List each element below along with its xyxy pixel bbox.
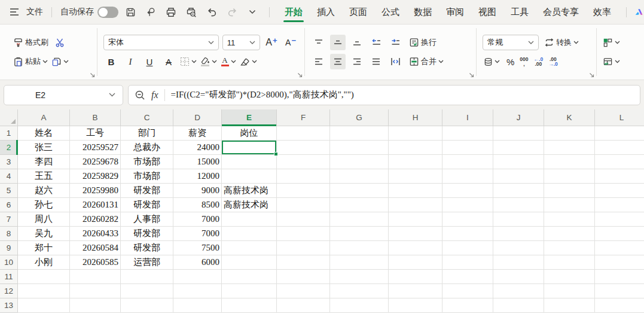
merge-cells-button[interactable]: 合并 — [407, 54, 446, 69]
cell-G13[interactable] — [330, 298, 389, 313]
cell-A7[interactable]: 周八 — [18, 212, 70, 227]
row-header-6[interactable]: 6 — [0, 198, 18, 212]
currency-format-button[interactable] — [483, 54, 501, 69]
tab-工具[interactable]: 工具 — [504, 0, 535, 24]
cell-L4[interactable] — [595, 169, 644, 184]
cell-H3[interactable] — [389, 155, 442, 169]
cell-L10[interactable] — [595, 255, 644, 270]
align-top-button[interactable] — [311, 35, 326, 50]
cell-D4[interactable]: 12000 — [173, 169, 222, 184]
fill-color-button[interactable] — [200, 54, 217, 69]
cell-E2[interactable] — [222, 141, 277, 155]
select-all-corner[interactable] — [0, 109, 18, 126]
copy-button[interactable] — [51, 54, 69, 69]
cell-L13[interactable] — [595, 298, 644, 313]
cut-icon[interactable] — [52, 35, 68, 50]
cell-F5[interactable] — [277, 184, 330, 198]
text-orientation-button[interactable] — [387, 54, 403, 69]
cell-L1[interactable] — [595, 126, 644, 141]
cell-F1[interactable] — [277, 126, 330, 141]
cell-G11[interactable] — [330, 270, 389, 284]
cell-E10[interactable] — [222, 255, 277, 270]
group-expand-icon[interactable] — [469, 72, 474, 78]
cell-G6[interactable] — [330, 198, 389, 212]
cell-L2[interactable] — [595, 141, 644, 155]
column-header-E[interactable]: E — [222, 109, 277, 126]
more-commands-chevron-icon[interactable] — [244, 4, 261, 20]
cell-L8[interactable] — [595, 227, 644, 241]
cell-K12[interactable] — [544, 284, 595, 298]
cell-C1[interactable]: 部门 — [121, 126, 173, 141]
main-menu-icon[interactable] — [6, 4, 23, 20]
group-expand-icon[interactable] — [90, 72, 95, 78]
cell-K7[interactable] — [544, 212, 595, 227]
group-expand-icon[interactable] — [297, 72, 303, 78]
cell-E5[interactable]: 高薪技术岗 — [222, 184, 277, 198]
cell-C7[interactable]: 人事部 — [121, 212, 173, 227]
cell-I3[interactable] — [442, 155, 493, 169]
cell-L7[interactable] — [595, 212, 644, 227]
bold-button[interactable]: B — [103, 54, 119, 69]
cell-C8[interactable]: 研发部 — [121, 227, 173, 241]
increase-decimal-button[interactable]: ←.0.00 — [534, 54, 544, 69]
cell-D11[interactable] — [173, 270, 222, 284]
rows-columns-button[interactable] — [603, 35, 620, 50]
justify-button[interactable] — [368, 54, 384, 69]
cell-I5[interactable] — [442, 184, 493, 198]
cell-K10[interactable] — [544, 255, 595, 270]
cell-B5[interactable]: 20259980 — [70, 184, 121, 198]
font-color-button[interactable]: A — [221, 54, 236, 69]
cell-A2[interactable]: 张三 — [18, 141, 70, 155]
align-bottom-button[interactable] — [349, 35, 365, 50]
cell-D5[interactable]: 9000 — [173, 184, 222, 198]
cell-H2[interactable] — [389, 141, 442, 155]
cell-D7[interactable]: 7000 — [173, 212, 222, 227]
cell-B2[interactable]: 20259527 — [70, 141, 121, 155]
cell-K13[interactable] — [544, 298, 595, 313]
cell-B1[interactable]: 工号 — [70, 126, 121, 141]
cell-L3[interactable] — [595, 155, 644, 169]
paste-button[interactable]: 粘贴 — [13, 54, 48, 69]
cell-L9[interactable] — [595, 241, 644, 255]
cell-I13[interactable] — [442, 298, 493, 313]
fill-handle[interactable] — [274, 152, 278, 156]
cell-F8[interactable] — [277, 227, 330, 241]
zoom-out-icon[interactable] — [135, 90, 145, 100]
column-header-I[interactable]: I — [442, 109, 493, 126]
export-icon[interactable] — [142, 4, 159, 20]
number-format-select[interactable]: 常规 — [483, 35, 539, 50]
cell-A9[interactable]: 郑十 — [18, 241, 70, 255]
cell-K2[interactable] — [544, 141, 595, 155]
cell-B6[interactable]: 20260131 — [70, 198, 121, 212]
column-header-C[interactable]: C — [121, 109, 173, 126]
cell-G4[interactable] — [330, 169, 389, 184]
cell-I9[interactable] — [442, 241, 493, 255]
cell-C11[interactable] — [121, 270, 173, 284]
print-preview-icon[interactable] — [183, 4, 200, 20]
cell-L12[interactable] — [595, 284, 644, 298]
cell-G3[interactable] — [330, 155, 389, 169]
cell-I12[interactable] — [442, 284, 493, 298]
cell-I1[interactable] — [442, 126, 493, 141]
align-left-button[interactable] — [311, 54, 326, 69]
column-header-L[interactable]: L — [595, 109, 644, 126]
align-right-button[interactable] — [349, 54, 365, 69]
cell-H12[interactable] — [389, 284, 442, 298]
cell-E7[interactable] — [222, 212, 277, 227]
cell-F3[interactable] — [277, 155, 330, 169]
row-header-11[interactable]: 11 — [0, 270, 18, 284]
cell-F6[interactable] — [277, 198, 330, 212]
cell-C10[interactable]: 运营部 — [121, 255, 173, 270]
strikethrough-button[interactable]: A — [161, 54, 176, 69]
cell-B3[interactable]: 20259678 — [70, 155, 121, 169]
tab-页面[interactable]: 页面 — [343, 0, 374, 24]
format-painter-button[interactable]: 格式刷 — [13, 35, 48, 50]
cell-J12[interactable] — [493, 284, 544, 298]
cell-H4[interactable] — [389, 169, 442, 184]
cell-G7[interactable] — [330, 212, 389, 227]
cell-H5[interactable] — [389, 184, 442, 198]
cell-K9[interactable] — [544, 241, 595, 255]
cell-G1[interactable] — [330, 126, 389, 141]
tab-视图[interactable]: 视图 — [472, 0, 503, 24]
cell-E8[interactable] — [222, 227, 277, 241]
